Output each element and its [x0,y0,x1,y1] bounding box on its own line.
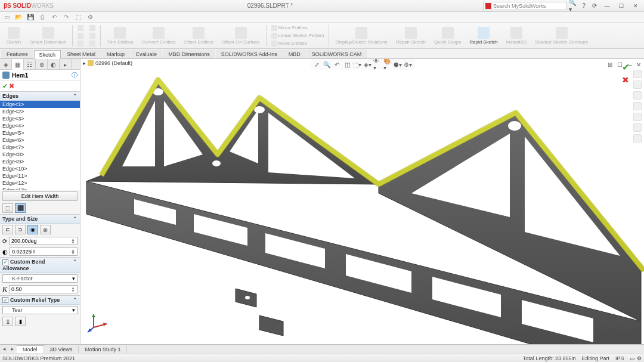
title-bar: βS SOLIDWORKS 02996.SLDPRT * Search MySo… [0,0,644,12]
editing-mode-label: Editing Part [581,355,609,361]
edge-item[interactable]: Edge<3> [0,115,80,122]
tab-evaluate[interactable]: Evaluate [131,49,162,58]
edge-item[interactable]: Edge<7> [0,144,80,151]
orientation-triad[interactable] [86,310,110,333]
tab-3d-views[interactable]: 3D Views [44,346,79,353]
hem-type-open[interactable]: ⊃ [15,225,26,234]
edge-item[interactable]: Edge<11> [0,172,80,180]
shaded-contours-button[interactable]: Shaded Sketch Contours [531,24,592,48]
hem-type-closed[interactable]: ⊂ [2,225,13,234]
edge-item[interactable]: Edge<9> [0,158,80,165]
trim-entities-button[interactable]: Trim Entities [103,24,137,48]
angle-input[interactable]: 200.00deg▲▼ [9,237,78,245]
tab-features[interactable]: Features [1,49,33,58]
pm-tab-config[interactable]: ☷ [24,59,36,70]
type-size-header[interactable]: Type and Size⌃ [0,215,80,224]
material-outside-button[interactable]: ⬛ [15,203,26,213]
edge-item[interactable]: Edge<12> [0,180,80,187]
linear-pattern[interactable]: Linear Sketch Pattern [269,32,327,39]
undo-icon[interactable]: ↶ [50,13,58,21]
info-icon[interactable]: ⓘ [72,71,78,79]
search-box[interactable]: Search MySolidWorks [483,2,566,10]
rapid-sketch-button[interactable]: Rapid Sketch [466,24,501,48]
restore-session-icon[interactable]: ⟳ [590,2,599,10]
save-icon[interactable]: 💾 [26,13,35,21]
relief-extend-button[interactable]: ▮ [15,317,26,326]
tab-scroll-right[interactable]: ► [8,346,17,352]
ok-button[interactable]: ✔ [2,82,8,90]
feature-name: Hem1 [12,72,72,79]
arc-tool[interactable] [87,24,98,32]
sketch-button[interactable]: Sketch [2,24,25,48]
edge-item[interactable]: Edge<2> [0,108,80,115]
pm-tab-more[interactable]: ▸ [60,59,72,70]
offset-entities-button[interactable]: Offset Entities [180,24,217,48]
edge-item[interactable]: Edge<1> [0,101,80,108]
open-icon[interactable]: 📂 [14,13,23,21]
maximize-button[interactable]: ☐ [615,2,627,10]
hem-type-teardrop[interactable]: ◉ [27,225,38,234]
redo-icon[interactable]: ↷ [62,13,70,21]
display-relations-button[interactable]: Display/Delete Relations [332,24,391,48]
material-inside-button[interactable]: ⬚ [2,203,13,213]
tab-mbd[interactable]: MBD [283,49,306,58]
graphics-viewport[interactable]: ▸02996 (Default) ⤢ 🔍 ↶ ◫ ⬚▾ ◈▾ 👁▾ 🎨▾ ⬢▾ … [80,59,644,344]
relief-rip-button[interactable]: ▯ [2,317,13,326]
k-factor-input[interactable]: 0.50▲▼ [9,285,78,293]
search-dropdown-icon[interactable]: 🔍▾ [569,2,577,10]
point-tool[interactable] [87,40,98,47]
edges-section-header[interactable]: Edges⌃ [0,92,80,101]
select-icon[interactable]: ⬚ [74,13,82,21]
close-button[interactable]: ✕ [630,2,642,10]
minimize-button[interactable]: — [601,2,613,10]
edge-item[interactable]: Edge<10> [0,165,80,172]
edges-list[interactable]: Edge<1> Edge<2> Edge<3> Edge<4> Edge<5> … [0,101,80,190]
tab-markup[interactable]: Markup [101,49,130,58]
hem-type-rolled[interactable]: ◎ [40,225,51,234]
repair-sketch-button[interactable]: Repair Sketch [392,24,429,48]
tab-sketch[interactable]: Sketch [34,50,61,59]
edge-item[interactable]: Edge<4> [0,122,80,129]
spline-tool[interactable] [87,32,98,39]
pm-tab-feature-tree[interactable]: ◈ [0,59,12,70]
options-icon[interactable]: ⚙ [86,13,94,21]
tab-mbd-dimensions[interactable]: MBD Dimensions [163,49,215,58]
circle-tool[interactable] [75,40,86,47]
custom-bend-header[interactable]: ✓Custom Bend Allowance⌃ [0,258,80,273]
edge-item[interactable]: Edge<6> [0,137,80,144]
tab-sheet-metal[interactable]: Sheet Metal [61,49,101,58]
custom-relief-header[interactable]: ✓Custom Relief Type⌃ [0,296,80,305]
edge-item[interactable]: Edge<8> [0,151,80,158]
line-tool[interactable] [75,24,86,32]
new-icon[interactable]: ▭ [2,13,11,21]
motion-tabs: ◄ ► Model 3D Views Motion Study 1 [0,344,644,354]
command-manager-tabs: Features Sketch Sheet Metal Markup Evalu… [0,49,644,59]
quick-snaps-button[interactable]: Quick Snaps [431,24,465,48]
move-entities[interactable]: Move Entities [269,40,327,47]
mirror-entities[interactable]: Mirror Entities [269,24,327,32]
bend-allowance-type-select[interactable]: K-Factor▾ [2,274,78,283]
ribbon: Sketch Smart Dimension Trim Entities Con… [0,23,644,49]
instant2d-button[interactable]: Instant2D [503,24,530,48]
rect-tool[interactable] [75,32,86,39]
radius-input[interactable]: 0.02325in▲▼ [10,247,78,256]
tab-addins[interactable]: SOLIDWORKS Add-Ins [216,49,283,58]
units-label[interactable]: IPS [615,355,624,361]
offset-surface-button[interactable]: Offset On Surface [218,24,264,48]
tab-motion-study[interactable]: Motion Study 1 [79,346,127,353]
help-icon[interactable]: ? [580,2,588,10]
cancel-button[interactable]: ✖ [9,82,14,90]
pm-tab-display[interactable]: ◐ [48,59,60,70]
pm-tab-dimxpert[interactable]: ⊕ [36,59,48,70]
edge-item[interactable]: Edge<5> [0,129,80,137]
pm-tab-property-manager[interactable]: ▦ [12,59,24,70]
status-flags[interactable]: ▭ ⚙ [630,355,642,361]
smart-dimension-button[interactable]: Smart Dimension [26,24,70,48]
convert-entities-button[interactable]: Convert Entities [138,24,179,48]
edit-hem-width-button[interactable]: Edit Hem Width [2,191,78,201]
tab-scroll-left[interactable]: ◄ [0,346,8,352]
tab-model[interactable]: Model [17,345,44,353]
tab-cam[interactable]: SOLIDWORKS CAM [306,49,367,58]
print-icon[interactable]: ⎙ [38,13,47,21]
relief-type-select[interactable]: Tear▾ [2,306,78,314]
